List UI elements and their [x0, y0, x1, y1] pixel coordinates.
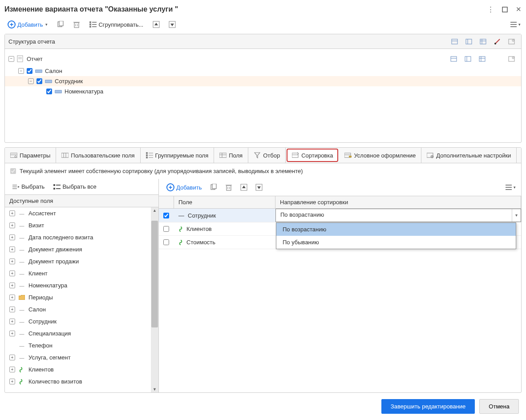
hamburger-menu-icon[interactable]: ▾ — [509, 19, 522, 30]
tree-report-row[interactable]: − Отчет — [5, 52, 521, 66]
expand-icon[interactable]: + — [9, 367, 15, 372]
cancel-button[interactable]: Отмена — [479, 399, 519, 414]
delete-icon[interactable] — [223, 182, 235, 193]
collapse-icon[interactable]: − — [8, 56, 14, 62]
more-icon[interactable]: ⋮ — [487, 5, 494, 13]
expand-icon[interactable]: + — [9, 271, 15, 276]
maximize-icon[interactable] — [502, 7, 508, 12]
sort-row-checkbox[interactable] — [163, 213, 169, 218]
move-down-icon[interactable] — [253, 182, 265, 193]
tab-groupfields[interactable]: Группируемые поля — [141, 148, 214, 163]
finish-button[interactable]: Завершить редактирование — [381, 399, 475, 414]
scroll-down-icon[interactable]: ▼ — [153, 386, 157, 392]
opt-icon-5[interactable] — [505, 36, 518, 47]
copy-icon[interactable] — [207, 182, 220, 193]
expand-icon[interactable]: + — [9, 210, 15, 216]
available-field-row[interactable]: +—Услуга, сегмент — [5, 351, 158, 363]
sort-row[interactable]: —СотрудникПо возрастанию▾По возрастаниюП… — [159, 209, 521, 222]
available-field-row[interactable]: +—Номенклатура — [5, 279, 158, 291]
available-field-row[interactable]: +—Специализация — [5, 327, 158, 339]
scrollbar[interactable]: ▲ ▼ — [151, 207, 158, 392]
available-field-row[interactable]: +Клиентов — [5, 363, 158, 376]
close-icon[interactable]: ✕ — [516, 5, 522, 13]
scroll-thumb[interactable] — [151, 221, 158, 327]
tab-sort[interactable]: Сортировка — [287, 149, 338, 162]
add-sort-button[interactable]: + Добавить — [163, 182, 205, 193]
opt-icon-1[interactable] — [447, 53, 460, 64]
field-label: Специализация — [28, 330, 71, 337]
dropdown-option[interactable]: По убыванию — [276, 236, 516, 249]
field-label: Ассистент — [28, 210, 56, 217]
tab-cond[interactable]: Условное оформление — [339, 148, 421, 163]
available-field-row[interactable]: —Телефон — [5, 339, 158, 351]
expand-icon[interactable]: + — [9, 295, 15, 300]
opt-icon-4[interactable] — [491, 36, 503, 47]
scroll-up-icon[interactable]: ▲ — [153, 207, 157, 214]
move-down-icon[interactable] — [166, 19, 178, 30]
userfields-icon — [61, 152, 69, 159]
collapse-icon[interactable]: − — [28, 78, 34, 84]
expand-icon[interactable]: + — [9, 307, 15, 312]
opt-icon-1[interactable] — [448, 36, 461, 47]
tab-filter[interactable]: Отбор — [248, 148, 286, 163]
field-label: Клиентов — [28, 366, 54, 373]
tab-extra[interactable]: Дополнительные настройки — [421, 148, 517, 163]
group-button[interactable]: Сгруппировать... — [86, 20, 146, 30]
sort-row-checkbox[interactable] — [163, 226, 169, 232]
expand-icon[interactable]: + — [9, 355, 15, 360]
expand-icon[interactable]: + — [9, 331, 15, 336]
field-label: Телефон — [28, 342, 53, 349]
expand-icon[interactable]: + — [9, 246, 15, 252]
opt-icon-5[interactable] — [505, 53, 518, 64]
available-field-row[interactable]: +—Документ движения — [5, 243, 158, 255]
move-up-icon[interactable] — [238, 182, 250, 193]
tree-checkbox[interactable] — [36, 78, 42, 84]
tree-item[interactable]: Номенклатура — [5, 86, 521, 97]
tree-checkbox[interactable] — [46, 89, 52, 94]
available-field-row[interactable]: +—Визит — [5, 219, 158, 231]
expand-icon[interactable]: + — [9, 319, 15, 324]
expand-icon[interactable]: + — [9, 222, 15, 228]
opt-icon-2[interactable] — [462, 36, 475, 47]
field-label: Периоды — [28, 294, 53, 301]
sort-row-checkbox[interactable] — [163, 239, 169, 245]
own-sort-checkbox[interactable] — [10, 168, 16, 174]
dropdown-icon[interactable]: ▾ — [512, 209, 521, 222]
opt-icon-3[interactable] — [476, 53, 488, 64]
opt-icon-2[interactable] — [461, 53, 474, 64]
delete-icon[interactable] — [70, 19, 83, 30]
available-field-row[interactable]: +—Ассистент — [5, 207, 158, 219]
direction-value[interactable]: По возрастанию — [280, 211, 324, 218]
copy-icon[interactable] — [54, 19, 67, 30]
move-up-icon[interactable] — [150, 19, 162, 30]
tree-item[interactable]: −Салон — [5, 66, 521, 76]
add-button[interactable]: + Добавить ▾ — [4, 19, 51, 30]
expand-icon[interactable]: + — [9, 379, 15, 384]
available-field-row[interactable]: +—Салон — [5, 303, 158, 315]
available-field-row[interactable]: +—Сотрудник — [5, 315, 158, 327]
titlebar: Изменение варианта отчета "Оказанные усл… — [4, 4, 522, 18]
available-field-row[interactable]: +—Дата последнего визита — [5, 231, 158, 243]
dropdown-option[interactable]: По возрастанию — [276, 223, 516, 236]
tree-checkbox[interactable] — [27, 68, 32, 74]
hamburger-menu-icon[interactable]: ▾ — [504, 182, 517, 193]
available-field-row[interactable]: +—Документ продажи — [5, 255, 158, 267]
available-field-row[interactable]: +Периоды — [5, 291, 158, 303]
field-label: Дата последнего визита — [28, 234, 93, 241]
expand-icon[interactable]: + — [9, 234, 15, 240]
select-button[interactable]: Выбрать — [9, 182, 48, 192]
available-field-row[interactable]: +Количество визитов — [5, 376, 158, 388]
expand-icon[interactable]: + — [9, 283, 15, 288]
available-field-row[interactable]: +—Клиент — [5, 267, 158, 279]
opt-icon-3[interactable] — [477, 36, 489, 47]
ref-icon: — — [19, 319, 25, 324]
ref-icon: — — [19, 331, 25, 336]
tab-fields[interactable]: Поля — [214, 148, 248, 163]
tree-item[interactable]: −Сотрудник — [5, 76, 521, 86]
select-all-button[interactable]: Выбрать все — [50, 182, 99, 192]
tab-userfields[interactable]: Пользовательские поля — [56, 148, 140, 163]
select-all-icon — [53, 184, 61, 190]
collapse-icon[interactable]: − — [18, 68, 24, 74]
tab-params[interactable]: Параметры — [5, 148, 56, 163]
expand-icon[interactable]: + — [9, 258, 15, 264]
